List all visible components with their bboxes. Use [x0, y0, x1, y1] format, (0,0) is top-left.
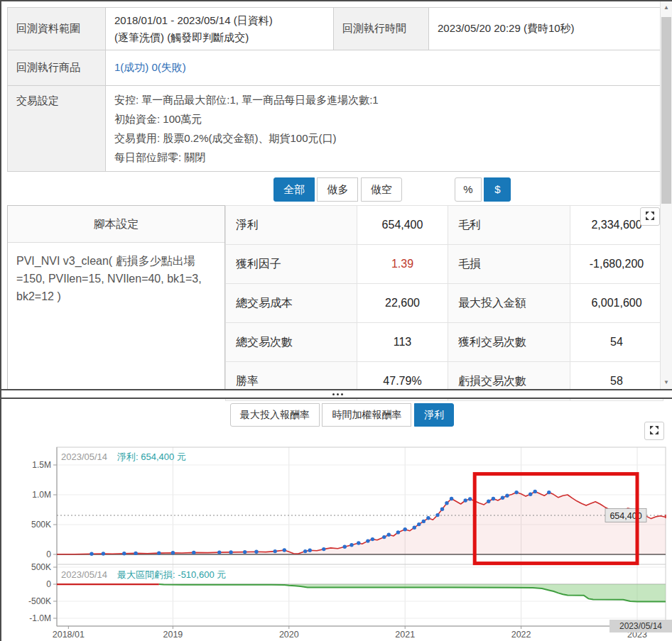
- stats-row: 總交易成本22,600最大投入金額6,001,600: [226, 284, 663, 323]
- expand-chart-button[interactable]: [644, 422, 664, 440]
- trade-setting-line: 交易費用: 股票0.2%(成交金額)、期貨100元(口): [114, 128, 654, 148]
- stats-row: 總交易次數113獲利交易次數54: [226, 323, 663, 362]
- trade-marker: [387, 533, 391, 537]
- y-tick-label: 0: [46, 579, 51, 589]
- trade-setting-line: 初始資金: 100萬元: [114, 109, 654, 128]
- tab-time-weighted-return[interactable]: 時間加權報酬率: [322, 403, 411, 427]
- stat-value: 6,001,600: [570, 284, 663, 323]
- stat-label: 毛損: [448, 245, 570, 284]
- y-tick-label: 500K: [31, 562, 51, 572]
- trade-marker: [501, 496, 504, 500]
- scrollbar-thumb[interactable]: [661, 17, 671, 204]
- trade-marker: [343, 545, 347, 549]
- stat-label: 獲利因子: [226, 245, 357, 284]
- trade-marker: [529, 493, 532, 496]
- trade-marker: [413, 526, 416, 530]
- trade-marker: [217, 550, 221, 554]
- trade-marker: [450, 497, 453, 500]
- chart1-tooltip: 2023/05/14淨利: 654,400 元: [61, 451, 186, 462]
- scroll-down-arrow[interactable]: ▼: [661, 377, 672, 388]
- chart2-tooltip: 2023/05/14最大區間虧損: -510,600 元: [61, 569, 226, 580]
- stat-label: 淨利: [226, 206, 357, 245]
- expand-icon: [649, 425, 659, 437]
- trade-marker: [366, 539, 369, 542]
- trade-marker: [157, 551, 161, 554]
- expand-icon: [645, 211, 655, 223]
- backtest-info-table: 回測資料範圍 2018/01/01 - 2023/05/14 (日資料) (逐筆…: [7, 7, 663, 172]
- info-label-products: 回測執行商品: [8, 50, 106, 86]
- script-settings-header: 腳本設定: [8, 206, 224, 243]
- trade-marker: [435, 513, 439, 517]
- netprofit-drawdown-chart[interactable]: 654,4002023/05/14淨利: 654,400 元2023/05/14…: [1, 442, 672, 641]
- trade-marker: [533, 490, 537, 493]
- tab-all[interactable]: 全部: [273, 177, 315, 202]
- trade-marker: [440, 508, 444, 511]
- backtest-report-window: 回測資料範圍 2018/01/01 - 2023/05/14 (日資料) (逐筆…: [0, 0, 672, 641]
- script-settings-body: PVI_NVI v3_clean( 虧損多少點出場=150, PVIlen=15…: [8, 243, 224, 315]
- pane-resize-handle[interactable]: [1, 389, 672, 399]
- tab-net-profit[interactable]: 淨利: [414, 403, 454, 427]
- stats-row: 淨利654,400毛利2,334,600: [226, 206, 663, 245]
- data-range-value: 2018/01/01 - 2023/05/14 (日資料) (逐筆洗價) (觸發…: [106, 8, 334, 50]
- stat-value: -1,680,200: [570, 245, 663, 284]
- trade-marker: [308, 549, 312, 552]
- stat-value: 113: [357, 323, 448, 362]
- y-tick-label: 0: [46, 549, 51, 559]
- stat-value: 1.39: [357, 245, 448, 284]
- trade-setting-line: 安控: 單一商品最大部位:1, 單一商品每日最多進場次數:1: [114, 90, 654, 109]
- y-tick-label: -500K: [28, 596, 51, 606]
- direction-filter-tabs: 全部 做多 做空: [273, 177, 402, 202]
- x-tick-label: 2020: [279, 630, 299, 640]
- info-label-trade-settings: 交易設定: [8, 86, 106, 172]
- stat-label: 總交易成本: [226, 284, 357, 323]
- trade-marker: [417, 522, 421, 526]
- trade-marker: [468, 497, 472, 500]
- trade-marker: [514, 491, 518, 494]
- dollar-toggle-button[interactable]: $: [484, 177, 511, 202]
- trade-marker: [426, 516, 430, 520]
- tab-short[interactable]: 做空: [361, 177, 402, 202]
- stats-row: 獲利因子1.39毛損-1,680,200: [226, 245, 663, 284]
- trade-setting-line: 每日部位歸零: 關閉: [114, 148, 654, 167]
- trade-marker: [134, 552, 137, 555]
- expand-stats-button[interactable]: [640, 207, 660, 226]
- trade-marker: [505, 494, 509, 498]
- stat-label: 最大投入金額: [448, 284, 570, 323]
- y-tick-label: -1.0M: [29, 613, 51, 623]
- top-pane-scrollbar: ▲ ▼: [660, 1, 672, 389]
- trade-marker: [192, 551, 195, 554]
- exec-time-value: 2023/05/20 20:29 (費時10秒): [429, 8, 663, 50]
- trade-marker: [422, 520, 426, 523]
- trade-marker: [122, 552, 126, 555]
- products-cell: 1(成功) 0(失敗): [106, 50, 663, 86]
- script-settings-panel: 腳本設定 PVI_NVI v3_clean( 虧損多少點出場=150, PVIl…: [7, 205, 225, 389]
- trade-marker: [445, 501, 448, 505]
- trade-marker: [396, 530, 400, 534]
- trade-marker: [303, 549, 307, 553]
- trade-marker: [403, 527, 407, 531]
- trade-settings-cell: 安控: 單一商品最大部位:1, 單一商品每日最多進場次數:1 初始資金: 100…: [106, 86, 663, 172]
- tab-max-invest-return[interactable]: 最大投入報酬率: [230, 403, 320, 427]
- trade-marker: [464, 498, 467, 502]
- unit-toggle: % $: [455, 177, 511, 202]
- scroll-up-arrow[interactable]: ▲: [661, 2, 672, 13]
- trade-marker: [492, 497, 495, 500]
- y-tick-label: 1.0M: [32, 490, 51, 500]
- percent-toggle-button[interactable]: %: [455, 177, 482, 202]
- trade-marker: [229, 550, 232, 554]
- products-result-link[interactable]: 1(成功) 0(失敗): [114, 61, 186, 73]
- trade-marker: [349, 543, 353, 547]
- trade-marker: [171, 551, 175, 554]
- stat-value: 22,600: [357, 284, 448, 323]
- stat-label: 總交易次數: [226, 323, 357, 362]
- tab-long[interactable]: 做多: [317, 177, 358, 202]
- trade-marker: [487, 500, 490, 503]
- info-label-data-range: 回測資料範圍: [8, 8, 106, 50]
- stat-value: 54: [570, 323, 663, 362]
- stat-label: 毛利: [448, 206, 570, 245]
- x-tick-label: 2021: [395, 630, 415, 640]
- trade-marker: [382, 535, 386, 539]
- trade-marker: [283, 548, 286, 552]
- x-tick-label: 2019: [163, 630, 183, 640]
- x-tick-label: 2018/01: [53, 630, 85, 640]
